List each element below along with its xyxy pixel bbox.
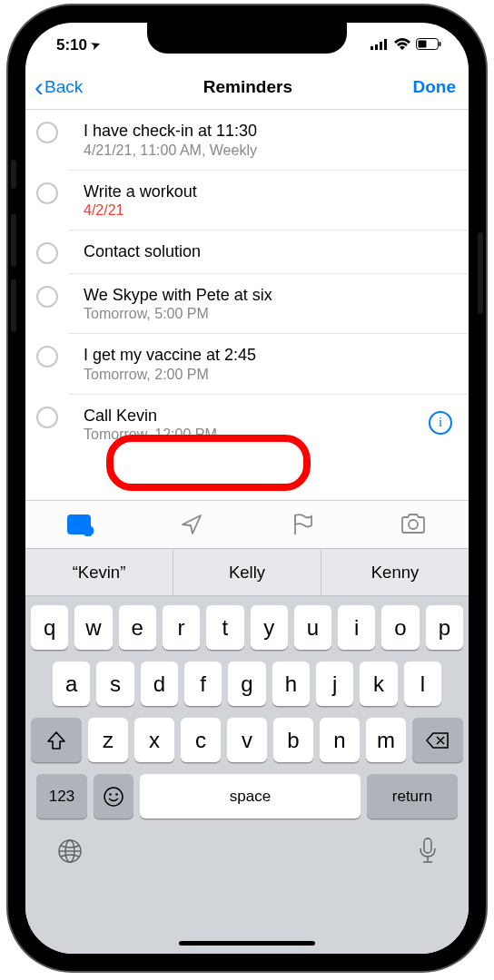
complete-circle[interactable] xyxy=(36,242,58,264)
reminder-title[interactable]: Write a workout xyxy=(84,181,452,202)
svg-point-19 xyxy=(104,788,123,806)
battery-icon xyxy=(416,36,441,54)
camera-icon[interactable] xyxy=(399,512,428,537)
reminder-list[interactable]: I have check-in at 11:30 4/21/21, 11:00 … xyxy=(25,110,469,454)
key-l[interactable]: l xyxy=(404,662,441,706)
svg-rect-6 xyxy=(440,42,441,46)
key-q[interactable]: q xyxy=(31,605,68,650)
reminder-row[interactable]: I get my vaccine at 2:45 Tomorrow, 2:00 … xyxy=(69,334,469,395)
prediction-bar: “Kevin” Kelly Kenny xyxy=(25,549,469,596)
key-h[interactable]: h xyxy=(272,662,310,706)
key-w[interactable]: w xyxy=(74,605,112,650)
key-p[interactable]: p xyxy=(426,605,463,650)
back-button[interactable]: ‹ Back xyxy=(35,77,83,97)
key-n[interactable]: n xyxy=(320,718,360,762)
svg-rect-10 xyxy=(75,524,78,526)
complete-circle[interactable] xyxy=(36,346,58,368)
reminder-row[interactable]: Contact solution xyxy=(69,230,469,274)
key-g[interactable]: g xyxy=(228,662,265,706)
prediction-item[interactable]: “Kevin” xyxy=(25,549,173,595)
svg-rect-0 xyxy=(370,46,373,50)
key-e[interactable]: e xyxy=(119,605,156,650)
prediction-item[interactable]: Kenny xyxy=(321,549,469,595)
key-y[interactable]: y xyxy=(251,605,288,650)
complete-circle[interactable] xyxy=(36,407,58,428)
reminder-row[interactable]: Call Kevin Tomorrow, 12:00 PM i xyxy=(69,395,469,455)
notch xyxy=(147,23,347,54)
key-i[interactable]: i xyxy=(338,605,375,650)
prediction-item[interactable]: Kelly xyxy=(173,549,321,595)
dictation-key[interactable] xyxy=(418,837,438,869)
reminder-title[interactable]: I get my vaccine at 2:45 xyxy=(84,345,452,366)
home-indicator[interactable] xyxy=(179,941,315,946)
status-time: 5:10 xyxy=(56,36,87,54)
flag-icon[interactable] xyxy=(288,512,317,537)
key-k[interactable]: k xyxy=(360,662,397,706)
key-j[interactable]: j xyxy=(316,662,353,706)
reminder-subtitle: 4/2/21 xyxy=(84,202,452,219)
volume-up-button xyxy=(11,214,16,267)
reminder-title[interactable]: Contact solution xyxy=(84,241,452,262)
cellular-icon xyxy=(370,36,389,54)
key-c[interactable]: c xyxy=(181,718,221,762)
return-key[interactable]: return xyxy=(367,774,458,818)
key-x[interactable]: x xyxy=(134,718,174,762)
key-m[interactable]: m xyxy=(366,718,406,762)
calendar-icon[interactable] xyxy=(66,512,95,537)
emoji-key[interactable] xyxy=(94,774,133,818)
mute-switch xyxy=(11,160,16,189)
phone-frame: 5:10 ➤ ‹ Back xyxy=(8,5,486,971)
key-o[interactable]: o xyxy=(381,605,419,650)
complete-circle[interactable] xyxy=(36,122,58,143)
nav-bar: ‹ Back Reminders Done xyxy=(25,68,469,110)
svg-point-21 xyxy=(115,793,118,796)
svg-point-16 xyxy=(409,520,418,529)
reminder-row[interactable]: We Skype with Pete at six Tomorrow, 5:00… xyxy=(69,274,469,335)
svg-rect-9 xyxy=(71,524,74,526)
location-icon[interactable] xyxy=(177,512,206,537)
svg-rect-2 xyxy=(380,42,382,50)
globe-key[interactable] xyxy=(56,838,84,868)
svg-rect-5 xyxy=(419,41,427,48)
complete-circle[interactable] xyxy=(36,286,58,308)
backspace-key[interactable] xyxy=(412,718,463,762)
svg-rect-1 xyxy=(375,44,378,50)
reminder-title[interactable]: Call Kevin xyxy=(84,406,416,426)
key-z[interactable]: z xyxy=(88,718,128,762)
complete-circle[interactable] xyxy=(36,182,58,204)
svg-rect-11 xyxy=(80,524,83,526)
page-title: Reminders xyxy=(203,77,292,97)
reminder-subtitle: Tomorrow, 2:00 PM xyxy=(84,367,452,383)
key-r[interactable]: r xyxy=(163,605,200,650)
done-button[interactable]: Done xyxy=(412,77,456,97)
keyboard-bottom-row xyxy=(25,826,469,887)
reminder-row[interactable]: Write a workout 4/2/21 xyxy=(69,171,469,231)
back-label: Back xyxy=(44,77,83,97)
reminder-subtitle: 4/21/21, 11:00 AM, Weekly xyxy=(84,142,452,159)
reminder-row[interactable]: I have check-in at 11:30 4/21/21, 11:00 … xyxy=(69,110,469,171)
keyboard-accessory-bar xyxy=(25,500,469,549)
key-v[interactable]: v xyxy=(227,718,267,762)
info-button[interactable]: i xyxy=(429,411,452,435)
key-b[interactable]: b xyxy=(273,718,313,762)
reminder-subtitle: Tomorrow, 12:00 PM xyxy=(84,426,416,443)
svg-rect-25 xyxy=(424,838,431,853)
key-s[interactable]: s xyxy=(96,662,133,706)
screen: 5:10 ➤ ‹ Back xyxy=(25,23,469,954)
key-d[interactable]: d xyxy=(141,662,178,706)
key-f[interactable]: f xyxy=(184,662,222,706)
power-button xyxy=(478,232,483,314)
shift-key[interactable] xyxy=(31,718,82,762)
reminder-title[interactable]: We Skype with Pete at six xyxy=(84,285,452,306)
key-u[interactable]: u xyxy=(294,605,331,650)
volume-down-button xyxy=(11,279,16,332)
key-a[interactable]: a xyxy=(53,662,90,706)
chevron-left-icon: ‹ xyxy=(35,80,44,93)
numbers-key[interactable]: 123 xyxy=(36,774,87,818)
keyboard: “Kevin” Kelly Kenny qwertyuiop asdfghjkl… xyxy=(25,549,469,954)
key-t[interactable]: t xyxy=(206,605,243,650)
reminder-title[interactable]: I have check-in at 11:30 xyxy=(84,121,452,142)
reminder-subtitle: Tomorrow, 5:00 PM xyxy=(84,306,452,322)
location-icon: ➤ xyxy=(89,38,102,54)
space-key[interactable]: space xyxy=(140,774,361,818)
